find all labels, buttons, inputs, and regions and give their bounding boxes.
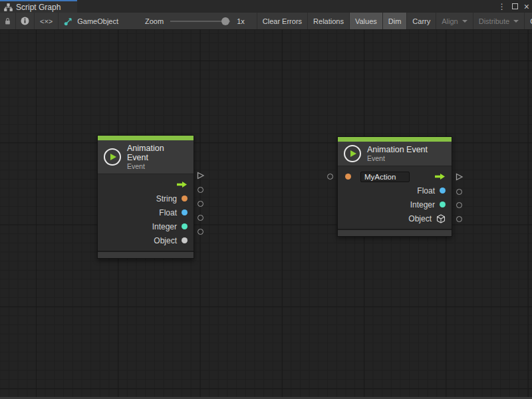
dim-toggle[interactable]: Dim bbox=[383, 13, 408, 29]
data-port-icon[interactable] bbox=[456, 202, 462, 208]
relations-button[interactable]: Relations bbox=[308, 13, 350, 29]
relations-label: Relations bbox=[313, 17, 344, 25]
control-port-icon[interactable] bbox=[456, 173, 464, 181]
values-toggle[interactable]: Values bbox=[350, 13, 383, 29]
play-icon bbox=[104, 148, 121, 166]
data-port-icon[interactable] bbox=[198, 229, 203, 235]
gameobject-button[interactable]: GameObject bbox=[59, 13, 124, 29]
port-row-object[interactable]: Object bbox=[98, 233, 194, 247]
port-label: Float bbox=[159, 208, 177, 217]
dropdown-arrow-icon bbox=[462, 20, 467, 23]
values-label: Values bbox=[355, 17, 377, 25]
data-port-icon[interactable] bbox=[198, 215, 203, 221]
port-row-float[interactable]: Float bbox=[338, 184, 452, 198]
zoom-value: 1x bbox=[237, 17, 245, 25]
gameobject-icon bbox=[64, 17, 73, 26]
tab-title: Script Graph bbox=[16, 3, 61, 12]
node-body: String Float Integer Object bbox=[98, 174, 194, 251]
info-icon bbox=[21, 17, 29, 25]
maximize-icon[interactable] bbox=[512, 3, 518, 9]
port-label: String bbox=[156, 194, 177, 203]
distribute-label: Distribute bbox=[479, 17, 509, 25]
data-port-icon[interactable] bbox=[198, 201, 203, 207]
zoom-slider[interactable] bbox=[170, 21, 230, 22]
info-button[interactable] bbox=[16, 13, 35, 29]
overview-button[interactable]: Overview bbox=[525, 13, 532, 29]
graph-toolbar: <×> GameObject Zoom 1x Clear Errors Rela… bbox=[0, 13, 532, 30]
node-title: Animation Event bbox=[367, 145, 428, 154]
data-port-icon[interactable] bbox=[456, 189, 462, 195]
control-port-icon[interactable] bbox=[197, 172, 205, 180]
string-port-dot bbox=[182, 196, 188, 201]
clear-errors-button[interactable]: Clear Errors bbox=[257, 13, 308, 29]
integer-port-dot bbox=[182, 223, 188, 229]
tab-bar: Script Graph ⋮ × bbox=[0, 0, 532, 13]
clear-errors-label: Clear Errors bbox=[263, 17, 302, 25]
port-row-string[interactable]: String bbox=[98, 192, 194, 205]
graph-canvas[interactable]: Animation Event Event String Float bbox=[0, 30, 532, 397]
object-port-dot bbox=[182, 237, 188, 243]
lock-button[interactable] bbox=[0, 13, 16, 29]
code-view-button[interactable]: <×> bbox=[35, 13, 59, 29]
align-label: Align bbox=[442, 17, 458, 25]
animation-event-node-left[interactable]: Animation Event Event String Float bbox=[97, 135, 194, 259]
data-port-icon[interactable] bbox=[198, 187, 203, 193]
node-accent-bar bbox=[338, 137, 452, 142]
distribute-dropdown[interactable]: Distribute bbox=[473, 13, 525, 29]
graph-icon bbox=[4, 3, 13, 11]
code-icon: <×> bbox=[40, 17, 53, 25]
node-titles: Animation Event Event bbox=[367, 145, 428, 162]
script-graph-window: Script Graph ⋮ × <×> bbox=[0, 0, 532, 399]
data-port-icon[interactable] bbox=[327, 174, 333, 180]
port-row-integer[interactable]: Integer bbox=[338, 198, 452, 211]
node-footer bbox=[338, 229, 452, 236]
zoom-slider-thumb[interactable] bbox=[221, 17, 229, 25]
control-output-row[interactable] bbox=[98, 178, 194, 192]
float-port-dot bbox=[440, 188, 446, 194]
port-label: Object bbox=[154, 236, 177, 245]
cube-icon bbox=[436, 214, 446, 223]
event-name-input[interactable] bbox=[360, 172, 410, 182]
node-title: Animation Event bbox=[127, 144, 188, 162]
play-icon bbox=[344, 145, 361, 162]
port-label: Integer bbox=[410, 200, 435, 209]
node-accent-bar bbox=[98, 136, 194, 140]
menu-icon[interactable]: ⋮ bbox=[498, 3, 506, 11]
dropdown-arrow-icon bbox=[513, 20, 519, 23]
lock-icon bbox=[5, 17, 11, 25]
close-icon[interactable]: × bbox=[524, 2, 529, 11]
control-arrow-icon bbox=[434, 173, 446, 180]
gameobject-label: GameObject bbox=[77, 17, 118, 25]
name-input-row bbox=[338, 170, 452, 184]
port-label: Object bbox=[408, 214, 432, 223]
node-header[interactable]: Animation Event Event bbox=[98, 140, 194, 174]
carry-label: Carry bbox=[412, 17, 430, 25]
zoom-control: Zoom 1x bbox=[138, 13, 251, 29]
string-input-port-dot[interactable] bbox=[345, 174, 351, 180]
align-dropdown[interactable]: Align bbox=[436, 13, 473, 29]
port-label: Integer bbox=[152, 222, 177, 231]
tab-script-graph[interactable]: Script Graph bbox=[0, 0, 77, 13]
animation-event-node-right[interactable]: Animation Event Event Float Intege bbox=[337, 136, 452, 237]
dim-label: Dim bbox=[388, 17, 402, 25]
port-label: Float bbox=[417, 186, 435, 196]
float-port-dot bbox=[182, 209, 188, 215]
node-body: Float Integer Object bbox=[338, 166, 452, 229]
port-row-float[interactable]: Float bbox=[98, 205, 194, 219]
zoom-label: Zoom bbox=[145, 17, 164, 25]
control-arrow-icon bbox=[176, 181, 188, 188]
carry-toggle[interactable]: Carry bbox=[407, 13, 436, 29]
port-row-integer[interactable]: Integer bbox=[98, 219, 194, 233]
node-footer bbox=[98, 251, 194, 258]
node-titles: Animation Event Event bbox=[127, 144, 188, 170]
window-controls: ⋮ × bbox=[498, 0, 529, 13]
port-row-object[interactable]: Object bbox=[338, 211, 452, 225]
data-port-icon[interactable] bbox=[456, 216, 462, 222]
node-subtitle: Event bbox=[127, 162, 188, 170]
node-subtitle: Event bbox=[367, 154, 428, 162]
node-header[interactable]: Animation Event Event bbox=[338, 142, 452, 166]
integer-port-dot bbox=[440, 201, 446, 207]
toolbar-button-group: Clear Errors Relations Values Dim Carry … bbox=[257, 13, 532, 29]
